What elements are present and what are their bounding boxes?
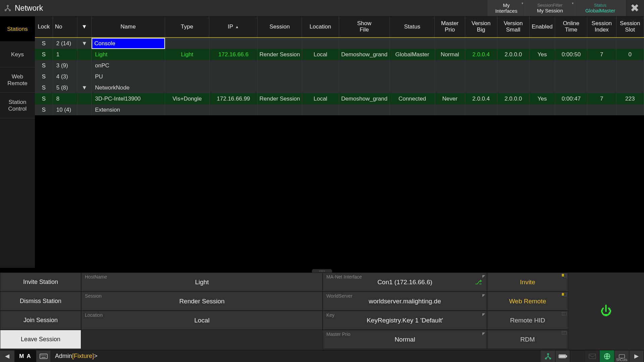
- cell-ip: [210, 71, 258, 82]
- cell-session: [258, 60, 302, 71]
- message-icon[interactable]: [585, 350, 600, 362]
- ma-logo[interactable]: M A: [15, 350, 36, 362]
- dropdown-icon: ▾: [522, 1, 523, 5]
- table-row[interactable]: S83D-PC-Intel13900Vis+Dongle172.16.66.99…: [35, 93, 644, 104]
- cell-type: [165, 71, 209, 82]
- th-mprio[interactable]: Master Prio: [435, 16, 465, 37]
- cell-name: 3D-PC-Intel13900: [92, 93, 165, 104]
- cell-no: 1: [53, 49, 77, 60]
- th-name[interactable]: Name: [92, 16, 165, 37]
- my-interfaces-button[interactable]: ▾ My Interfaces: [488, 0, 525, 16]
- cell-name[interactable]: Console: [92, 38, 165, 49]
- table-row[interactable]: S1LightLight172.16.66.6Render SessionLoc…: [35, 49, 644, 60]
- th-lock[interactable]: Lock: [35, 16, 53, 37]
- field-worldserver[interactable]: WorldServer◤worldserver.malighting.de: [323, 292, 487, 311]
- cell-type: [165, 82, 209, 93]
- cell-location: [302, 82, 339, 93]
- cell-vsmall: [497, 38, 530, 49]
- cell-exp: [77, 49, 92, 60]
- forward-button[interactable]: ▶: [629, 350, 644, 362]
- sidebar-item-keys[interactable]: Keys: [0, 42, 35, 67]
- toggle-invite[interactable]: Invite: [487, 273, 568, 292]
- th-vbig[interactable]: Version Big: [465, 16, 497, 37]
- th-show[interactable]: Show File: [339, 16, 390, 37]
- th-type[interactable]: Type: [165, 16, 209, 37]
- cell-type: Light: [165, 49, 209, 60]
- cell-no: 4 (3): [53, 71, 77, 82]
- leave-session-button[interactable]: Leave Session: [0, 330, 81, 349]
- svg-point-2: [9, 10, 11, 11]
- cell-name: Light: [92, 49, 165, 60]
- th-sslot[interactable]: Session Slot: [616, 16, 644, 37]
- close-button[interactable]: ✖: [625, 0, 644, 16]
- toggle-remote-hid[interactable]: Remote HID: [487, 311, 568, 330]
- keyboard-button[interactable]: [36, 350, 51, 362]
- table-row[interactable]: S4 (3)PU: [35, 71, 644, 82]
- cell-vbig: 2.0.0.4: [465, 49, 497, 60]
- command-line[interactable]: Admin[Fixture]>: [51, 350, 541, 362]
- field-hostname[interactable]: HostNameLight: [81, 273, 323, 292]
- th-exp[interactable]: ▼: [77, 16, 92, 37]
- th-vsmall[interactable]: Version Small: [497, 16, 530, 37]
- th-enabled[interactable]: Enabled: [530, 16, 555, 37]
- cell-show: [339, 71, 390, 82]
- cell-status: [390, 104, 435, 115]
- power-button[interactable]: ⏻: [568, 273, 644, 349]
- cell-sindex: [587, 38, 616, 49]
- dismiss-station-button[interactable]: Dismiss Station: [0, 292, 81, 311]
- cell-sindex: [587, 60, 616, 71]
- splitter[interactable]: [0, 268, 644, 273]
- cell-ip: [210, 104, 258, 115]
- cell-show: [339, 60, 390, 71]
- table-row[interactable]: S3 (9)onPC: [35, 60, 644, 71]
- cell-exp: [77, 104, 92, 115]
- cell-type: [165, 104, 209, 115]
- cell-lock: S: [35, 71, 53, 82]
- cell-mprio: Never: [435, 93, 465, 104]
- svg-point-0: [7, 5, 8, 7]
- th-no[interactable]: No: [53, 16, 77, 37]
- globe-icon[interactable]: [600, 350, 614, 362]
- sidebar-item-station-control[interactable]: Station Control: [0, 93, 35, 118]
- cell-lock: S: [35, 82, 53, 93]
- cell-vbig: [465, 38, 497, 49]
- th-session[interactable]: Session: [258, 16, 302, 37]
- table-row[interactable]: S10 (4)Extension: [35, 104, 644, 115]
- join-session-button[interactable]: Join Session: [0, 311, 81, 330]
- table-row[interactable]: S5 (8)▼NetworkNode: [35, 82, 644, 93]
- cell-enabled: [530, 60, 555, 71]
- cell-ip: 172.16.66.6: [210, 49, 258, 60]
- disabled-button: [570, 350, 585, 362]
- net-icon: ⎇: [475, 279, 482, 286]
- battery-icon[interactable]: [555, 350, 570, 362]
- field-master-prio[interactable]: Master Prio◤Normal: [323, 330, 487, 349]
- field-session[interactable]: SessionRender Session: [81, 292, 323, 311]
- cell-mprio: [435, 71, 465, 82]
- field-ma-net-interface[interactable]: MA-Net Interface◤Con1 (172.16.66.6)⎇: [323, 273, 487, 292]
- th-sindex[interactable]: Session Index: [587, 16, 616, 37]
- toggle-rdm[interactable]: RDM: [487, 330, 568, 349]
- invite-station-button[interactable]: Invite Station: [0, 273, 81, 292]
- network-status-icon[interactable]: [541, 350, 555, 362]
- cell-session: [258, 71, 302, 82]
- back-button[interactable]: ◀: [0, 350, 15, 362]
- th-status[interactable]: Status: [390, 16, 435, 37]
- sidebar-item-web-remote[interactable]: Web Remote: [0, 67, 35, 93]
- cell-location: Local: [302, 93, 339, 104]
- th-online[interactable]: Online Time: [555, 16, 587, 37]
- cell-vbig: 2.0.0.4: [465, 93, 497, 104]
- sidebar-item-stations[interactable]: Stations: [0, 16, 35, 42]
- session-filter-button[interactable]: ▾ SessionFilter My Session: [525, 0, 575, 16]
- shortcuts-button[interactable]: ShCuts: [614, 350, 629, 362]
- toggle-web-remote[interactable]: Web Remote: [487, 292, 568, 311]
- power-icon: ⏻: [600, 304, 612, 317]
- status-button[interactable]: Status GlobalMaster: [575, 0, 625, 16]
- th-location[interactable]: Location: [302, 16, 339, 37]
- table-row[interactable]: S2 (14)▼Console: [35, 38, 644, 49]
- th-ip[interactable]: IP▲: [209, 16, 258, 37]
- cell-status: Connected: [390, 93, 435, 104]
- cell-session: Render Session: [258, 49, 302, 60]
- cell-lock: S: [35, 60, 53, 71]
- field-key[interactable]: Key◤KeyRegistry.Key 1 'Default': [323, 311, 487, 330]
- field-location[interactable]: LocationLocal: [81, 311, 323, 330]
